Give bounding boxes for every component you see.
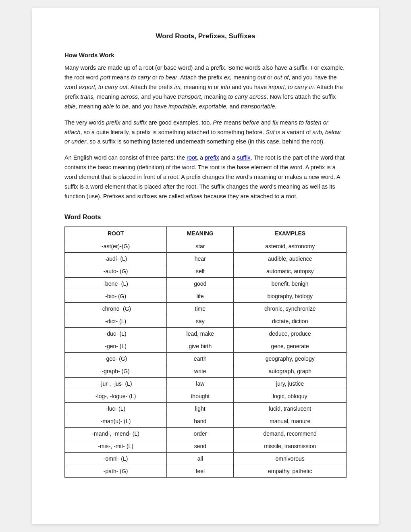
- root-cell: -gen- (L): [65, 340, 167, 352]
- examples-cell: deduce, produce: [234, 327, 347, 340]
- meaning-cell: good: [167, 277, 234, 290]
- root-cell: -mand-, -mend- (L): [65, 427, 167, 440]
- root-cell: -audi- (L): [65, 252, 167, 265]
- meaning-cell: hand: [167, 415, 234, 427]
- meaning-cell: give birth: [167, 340, 234, 352]
- table-row: -ast(er)-(G)starasteroid, astronomy: [65, 240, 347, 252]
- table-row: -graph- (G)writeautograph, graph: [65, 365, 347, 377]
- meaning-cell: feel: [167, 465, 234, 477]
- examples-cell: benefit, benign: [234, 277, 347, 290]
- table-row: -luc- (L)lightlucid, translucent: [65, 402, 347, 415]
- root-cell: -luc- (L): [65, 402, 167, 415]
- paragraph-2: The very words prefix and suffix are goo…: [64, 118, 347, 147]
- root-cell: -mis-, -mit- (L): [65, 440, 167, 452]
- meaning-cell: thought: [167, 390, 234, 402]
- root-cell: -graph- (G): [65, 365, 167, 377]
- examples-cell: chronic, synchronize: [234, 302, 347, 315]
- examples-cell: automatic, autopsy: [234, 265, 347, 277]
- word-roots-section: Word Roots ROOT MEANING EXAMPLES -ast(er…: [64, 214, 347, 478]
- examples-cell: asteroid, astronomy: [234, 240, 347, 252]
- examples-cell: gene, generate: [234, 340, 347, 352]
- table-row: -chrono- (G)timechronic, synchronize: [65, 302, 347, 315]
- page-title: Word Roots, Prefixes, Suffixes: [64, 32, 347, 40]
- table-row: -man(u)- (L)handmanual, manure: [65, 415, 347, 427]
- examples-cell: geography, geology: [234, 352, 347, 365]
- root-cell: -bio- (G): [65, 290, 167, 302]
- table-row: -jur-, -jus- (L)lawjury, justice: [65, 377, 347, 390]
- table-row: -bene- (L)goodbenefit, benign: [65, 277, 347, 290]
- table-row: -dict- (L)saydictate, diction: [65, 315, 347, 327]
- meaning-cell: order: [167, 427, 234, 440]
- meaning-cell: law: [167, 377, 234, 390]
- table-row: -omni- (L)allomnivorous: [65, 452, 347, 465]
- examples-cell: empathy, pathetic: [234, 465, 347, 477]
- root-cell: -path- (G): [65, 465, 167, 477]
- root-cell: -dict- (L): [65, 315, 167, 327]
- meaning-cell: earth: [167, 352, 234, 365]
- meaning-cell: light: [167, 402, 234, 415]
- examples-cell: demand, recommend: [234, 427, 347, 440]
- meaning-cell: say: [167, 315, 234, 327]
- root-cell: -jur-, -jus- (L): [65, 377, 167, 390]
- table-row: -audi- (L)hearaudible, audience: [65, 252, 347, 265]
- word-roots-heading: Word Roots: [64, 214, 347, 221]
- table-row: -duc- (L)lead, makededuce, produce: [65, 327, 347, 340]
- examples-cell: logic, obloquy: [234, 390, 347, 402]
- examples-cell: jury, justice: [234, 377, 347, 390]
- col-header-meaning: MEANING: [167, 227, 234, 240]
- root-cell: -omni- (L): [65, 452, 167, 465]
- page-container: Word Roots, Prefixes, Suffixes How Words…: [32, 8, 379, 524]
- examples-cell: biography, biology: [234, 290, 347, 302]
- table-row: -geo- (G)earthgeography, geology: [65, 352, 347, 365]
- prefix-link[interactable]: prefix: [205, 154, 219, 161]
- meaning-cell: self: [167, 265, 234, 277]
- examples-cell: omnivorous: [234, 452, 347, 465]
- root-cell: -log-, -logue- (L): [65, 390, 167, 402]
- meaning-cell: time: [167, 302, 234, 315]
- table-row: -bio- (G)lifebiography, biology: [65, 290, 347, 302]
- col-header-root: ROOT: [65, 227, 167, 240]
- root-cell: -geo- (G): [65, 352, 167, 365]
- root-cell: -ast(er)-(G): [65, 240, 167, 252]
- table-row: -path- (G)feelempathy, pathetic: [65, 465, 347, 477]
- paragraph-3: An English word can consist of three par…: [64, 153, 347, 202]
- examples-cell: audible, audience: [234, 252, 347, 265]
- meaning-cell: write: [167, 365, 234, 377]
- meaning-cell: lead, make: [167, 327, 234, 340]
- root-link[interactable]: root: [187, 154, 197, 161]
- root-cell: -man(u)- (L): [65, 415, 167, 427]
- table-row: -mis-, -mit- (L)sendmissile, transmissio…: [65, 440, 347, 452]
- root-cell: -bene- (L): [65, 277, 167, 290]
- table-row: -mand-, -mend- (L)orderdemand, recommend: [65, 427, 347, 440]
- root-cell: -chrono- (G): [65, 302, 167, 315]
- table-row: -auto- (G)selfautomatic, autopsy: [65, 265, 347, 277]
- meaning-cell: hear: [167, 252, 234, 265]
- suffix-link[interactable]: suffix: [237, 154, 251, 161]
- word-roots-table-section: ROOT MEANING EXAMPLES -ast(er)-(G)staras…: [64, 227, 347, 478]
- table-row: -gen- (L)give birthgene, generate: [65, 340, 347, 352]
- examples-cell: lucid, translucent: [234, 402, 347, 415]
- meaning-cell: life: [167, 290, 234, 302]
- examples-cell: dictate, diction: [234, 315, 347, 327]
- paragraph-1: Many words are made up of a root (or bas…: [64, 63, 347, 112]
- col-header-examples: EXAMPLES: [234, 227, 347, 240]
- table-row: -log-, -logue- (L)thoughtlogic, obloquy: [65, 390, 347, 402]
- examples-cell: manual, manure: [234, 415, 347, 427]
- root-cell: -duc- (L): [65, 327, 167, 340]
- meaning-cell: star: [167, 240, 234, 252]
- root-cell: -auto- (G): [65, 265, 167, 277]
- meaning-cell: send: [167, 440, 234, 452]
- examples-cell: autograph, graph: [234, 365, 347, 377]
- examples-cell: missile, transmission: [234, 440, 347, 452]
- meaning-cell: all: [167, 452, 234, 465]
- how-words-work-heading: How Words Work: [64, 52, 347, 58]
- word-roots-table: ROOT MEANING EXAMPLES -ast(er)-(G)staras…: [64, 227, 347, 478]
